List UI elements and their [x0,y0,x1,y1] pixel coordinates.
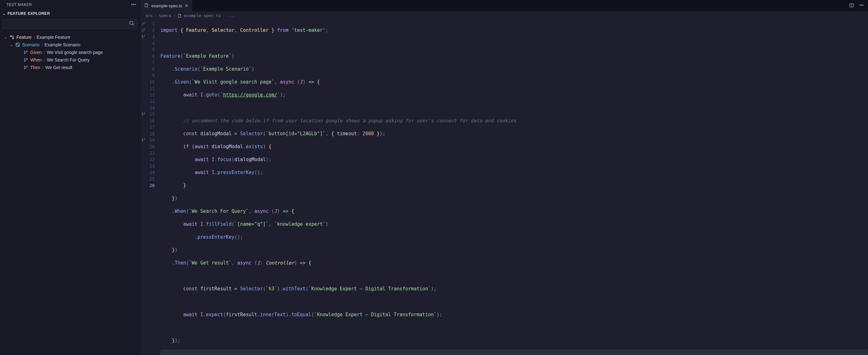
git-branch-icon [23,58,29,62]
svg-point-5 [17,44,17,45]
svg-point-14 [24,68,25,69]
svg-point-9 [27,51,27,52]
svg-point-24 [142,139,143,140]
svg-point-10 [24,58,25,59]
glyph-link-icon[interactable] [140,27,147,34]
breadcrumb-file[interactable]: example-spec.ts [184,13,221,18]
close-icon[interactable]: ✕ [185,3,188,8]
svg-point-23 [144,113,145,114]
step-keyword: Then [30,65,40,70]
step-text: We Get result [45,65,72,70]
sidebar-header: TEST MAKER ••• [0,0,140,9]
glyph-branch-icon[interactable] [140,111,147,118]
svg-point-3 [12,37,13,39]
split-editor-icon[interactable] [849,3,854,9]
search-icon[interactable] [129,21,134,28]
feature-name: Example Feature [37,35,70,40]
search-row [0,18,140,32]
tabbar: example-spec.ts ✕ ••• [140,0,868,11]
git-branch-icon [23,50,29,55]
svg-point-11 [24,61,25,61]
glyph-branch-icon[interactable] [140,33,147,40]
svg-point-12 [27,58,27,59]
tree-step-given[interactable]: Given : We Visit google search page [2,49,140,56]
scenario-keyword: Scenario [22,42,39,47]
step-keyword: Given [30,50,42,55]
tab-filename: example-spec.ts [151,3,182,8]
more-icon[interactable]: ••• [131,2,136,7]
svg-line-1 [132,24,134,26]
feature-icon [9,35,15,40]
search-input[interactable] [5,20,129,28]
scenario-icon [14,42,21,47]
svg-point-26 [144,139,145,140]
svg-point-15 [27,66,27,67]
step-keyword: When [30,57,42,62]
chevron-down-icon: ⌄ [9,43,13,47]
file-icon [144,3,149,8]
line-number-gutter: 12345 678910 1112131415 1617181920 21222… [147,20,160,355]
glyph-link-icon[interactable] [140,21,147,27]
chevron-down-icon: ⌄ [3,35,7,39]
svg-point-20 [144,35,145,36]
svg-point-19 [142,37,143,38]
feature-tree: ⌄ Feature : Example Feature ⌄ Scenario :… [0,32,140,71]
glyph-margin [140,20,147,355]
svg-point-8 [24,53,25,54]
svg-point-18 [142,35,143,36]
sidebar: TEST MAKER ••• ⌄ FEATURE EXPLORER ⌄ Feat… [0,0,140,355]
search-box[interactable] [2,19,137,29]
code-area[interactable]: 12345 678910 1112131415 1617181920 21222… [140,20,868,355]
breadcrumb-part[interactable]: specs [159,13,171,18]
glyph-branch-icon[interactable] [140,137,147,144]
tree-scenario-row[interactable]: ⌄ Scenario : Example Scenario [2,41,140,49]
breadcrumb-part[interactable]: src [145,13,153,18]
code-content[interactable]: import { Feature, Selector, Controller }… [160,20,868,355]
svg-point-0 [129,21,133,25]
more-icon[interactable]: ••• [859,3,864,9]
svg-point-2 [10,36,12,37]
breadcrumbs[interactable]: src › specs › example-spec.ts › ... [140,11,868,20]
step-text: We Visit google search page [46,50,103,55]
tree-step-when[interactable]: When : We Search For Query [2,56,140,64]
feature-keyword: Feature [17,35,32,40]
breadcrumb-more[interactable]: ... [227,13,235,18]
section-title: FEATURE EXPLORER [7,11,50,16]
tree-step-then[interactable]: Then : We Get result [2,64,140,71]
tree-feature-row[interactable]: ⌄ Feature : Example Feature [2,33,140,41]
sidebar-title: TEST MAKER [6,2,32,7]
svg-point-7 [24,51,25,52]
tabbar-actions: ••• [849,3,868,9]
svg-rect-4 [16,43,20,47]
git-branch-icon [23,65,29,70]
step-text: We Search For Query [46,57,90,62]
section-header[interactable]: ⌄ FEATURE EXPLORER [0,9,140,18]
editor-pane: example-spec.ts ✕ ••• src › specs › exam… [140,0,868,355]
svg-point-13 [24,66,25,67]
scenario-name: Example Scenario [44,42,81,47]
svg-point-21 [142,113,143,114]
svg-point-25 [142,141,143,142]
svg-point-6 [18,45,19,46]
chevron-down-icon: ⌄ [2,12,6,16]
file-icon [178,13,182,18]
tab-example-spec[interactable]: example-spec.ts ✕ [140,0,193,11]
svg-point-22 [142,115,143,116]
